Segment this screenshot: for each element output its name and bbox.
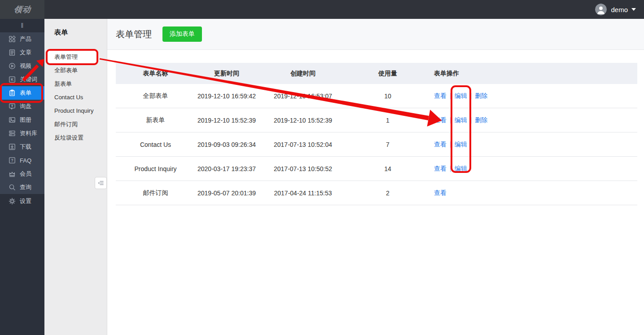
album-icon: [9, 116, 16, 123]
cell-name: Product Inquiry: [116, 157, 195, 181]
table-body: 全部表单2019-12-10 16:59:422019-12-10 16:53:…: [116, 84, 637, 205]
sidebar-item-label: 下载: [20, 143, 31, 151]
submenu-item-6[interactable]: 反垃圾设置: [44, 131, 107, 145]
sidebar-item-label: 询盘: [20, 102, 31, 110]
submenu-item-4[interactable]: Product Inquiry: [44, 104, 107, 118]
svg-text:K: K: [11, 77, 14, 82]
view-link[interactable]: 查看: [434, 116, 447, 123]
edit-link[interactable]: 编辑: [455, 116, 467, 123]
table-row: Product Inquiry2020-03-17 19:23:372017-0…: [116, 157, 637, 181]
cell-updated: 2019-09-03 09:26:34: [195, 132, 258, 157]
delete-link[interactable]: 删除: [475, 116, 487, 123]
sidebar-item-label: 文章: [20, 48, 31, 57]
sidebar-item-video[interactable]: 视频: [0, 59, 44, 73]
submenu-item-2[interactable]: 新表单: [44, 77, 107, 91]
sidebar-collapse-toggle[interactable]: ‖: [0, 19, 44, 32]
submenu-list: 表单管理全部表单新表单Contact UsProduct Inquiry邮件订阅…: [44, 50, 107, 145]
cell-created: 2017-04-24 11:15:53: [258, 181, 348, 205]
sidebar-item-label: 表单: [20, 89, 31, 97]
cell-usage: 14: [348, 157, 428, 181]
sidebar-item-faq[interactable]: ?FAQ: [0, 154, 44, 167]
page-title: 表单管理: [116, 28, 152, 40]
article-icon: [9, 49, 16, 56]
collapse-bars-icon: ‖: [21, 22, 24, 29]
table-row: 全部表单2019-12-10 16:59:422019-12-10 16:53:…: [116, 84, 637, 108]
edit-link[interactable]: 编辑: [455, 92, 467, 99]
view-link[interactable]: 查看: [434, 92, 447, 99]
sidebar-item-download[interactable]: 下载: [0, 140, 44, 154]
cell-operations: 查看|编辑|删除: [428, 108, 637, 132]
library-icon: [9, 130, 16, 137]
cell-usage: 1: [348, 108, 428, 132]
edit-link[interactable]: 编辑: [455, 165, 467, 172]
table-header-row: 表单名称更新时间创建时间使用量表单操作: [116, 63, 637, 84]
cell-operations: 查看|编辑: [428, 157, 637, 181]
column-header: 创建时间: [258, 63, 348, 84]
cell-operations: 查看|编辑|删除: [428, 84, 637, 108]
collapse-panel-icon: [97, 180, 104, 186]
submenu-item-0[interactable]: 表单管理: [44, 50, 107, 64]
form-icon: [9, 89, 16, 97]
submenu-title: 表单: [44, 19, 107, 50]
sidebar-item-inquiry[interactable]: ¥询盘: [0, 100, 44, 113]
panel-collapse-button[interactable]: [95, 177, 107, 189]
sidebar-item-settings[interactable]: 设置: [0, 194, 44, 208]
column-header: 表单名称: [116, 63, 195, 84]
sidebar-item-member[interactable]: 会员: [0, 167, 44, 181]
sidebar-item-keyword[interactable]: K关键词: [0, 73, 44, 86]
cell-name: 邮件订阅: [116, 181, 195, 205]
sidebar-item-form[interactable]: 表单: [0, 86, 44, 100]
video-icon: [9, 62, 16, 70]
cell-updated: 2019-12-10 16:59:42: [195, 84, 258, 108]
cell-usage: 2: [348, 181, 428, 205]
products-grid-icon: [9, 35, 16, 43]
view-link[interactable]: 查看: [434, 189, 447, 196]
view-link[interactable]: 查看: [434, 141, 447, 148]
sidebar-item-label: 关键词: [20, 75, 37, 84]
delete-link[interactable]: 删除: [475, 92, 487, 99]
add-form-button[interactable]: 添加表单: [162, 26, 202, 42]
search-icon: [9, 184, 16, 191]
submenu-item-3[interactable]: Contact Us: [44, 91, 107, 104]
download-icon: [9, 143, 16, 150]
sidebar-item-article[interactable]: 文章: [0, 46, 44, 59]
cell-operations: 查看|编辑: [428, 132, 637, 157]
view-link[interactable]: 查看: [434, 165, 447, 172]
avatar-icon: [595, 4, 607, 15]
member-icon: [9, 170, 16, 177]
sidebar-nav: 产品文章视频K关键词表单¥询盘图册资料库下载?FAQ会员查询: [0, 32, 44, 194]
main-header: 表单管理 添加表单: [107, 19, 644, 50]
sidebar-item-album[interactable]: 图册: [0, 113, 44, 127]
submenu-item-1[interactable]: 全部表单: [44, 64, 107, 77]
sidebar-bottom-nav: 设置: [0, 194, 44, 208]
sidebar-item-label: FAQ: [20, 157, 31, 164]
sidebar-item-label: 设置: [20, 197, 31, 205]
sidebar-item-library[interactable]: 资料库: [0, 127, 44, 140]
sidebar-item-products-grid[interactable]: 产品: [0, 32, 44, 46]
table-row: Contact Us2019-09-03 09:26:342017-07-13 …: [116, 132, 637, 157]
brand-logo: 领动: [0, 0, 44, 19]
cell-name: Contact Us: [116, 132, 195, 157]
op-separator: |: [450, 92, 451, 99]
edit-link[interactable]: 编辑: [455, 141, 467, 148]
cell-usage: 7: [348, 132, 428, 157]
cell-created: 2019-12-10 16:53:07: [258, 84, 348, 108]
cell-usage: 10: [348, 84, 428, 108]
cell-updated: 2019-12-10 15:52:39: [195, 108, 258, 132]
submenu-panel: 表单 表单管理全部表单新表单Contact UsProduct Inquiry邮…: [44, 19, 107, 335]
cell-name: 全部表单: [116, 84, 195, 108]
forms-table: 表单名称更新时间创建时间使用量表单操作 全部表单2019-12-10 16:59…: [116, 63, 637, 205]
sidebar: ‖ 产品文章视频K关键词表单¥询盘图册资料库下载?FAQ会员查询 设置: [0, 19, 44, 335]
submenu-item-5[interactable]: 邮件订阅: [44, 118, 107, 131]
sidebar-item-search[interactable]: 查询: [0, 181, 44, 194]
cell-created: 2017-07-13 10:52:04: [258, 132, 348, 157]
chevron-down-icon: [631, 8, 636, 11]
op-separator: |: [470, 116, 472, 123]
topbar: 领动 demo: [0, 0, 644, 19]
settings-icon: [9, 198, 16, 205]
svg-text:?: ?: [11, 158, 13, 163]
user-menu[interactable]: demo: [595, 4, 644, 15]
table-row: 新表单2019-12-10 15:52:392019-12-10 15:52:3…: [116, 108, 637, 132]
sidebar-item-label: 图册: [20, 116, 31, 124]
main-content: 表单管理 添加表单 表单名称更新时间创建时间使用量表单操作 全部表单2019-1…: [107, 19, 644, 335]
